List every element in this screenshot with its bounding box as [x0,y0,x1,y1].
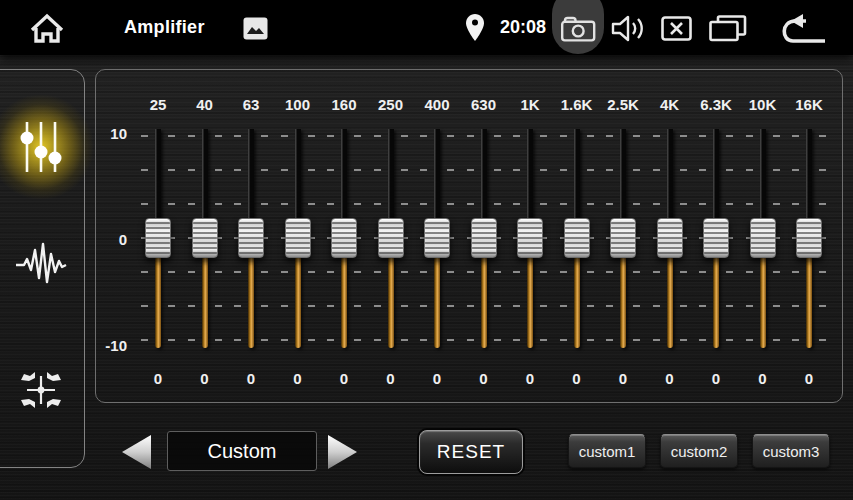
tick-mark [168,305,175,307]
close-app-icon[interactable] [661,16,692,41]
tick-mark [773,271,780,273]
eq-band: 630 0 [461,70,507,404]
preset-prev-button[interactable] [119,433,153,471]
band-value: 0 [507,370,553,387]
tick-mark [188,271,195,273]
tick-mark [680,203,687,205]
tick-mark [587,169,594,171]
recent-apps-icon[interactable] [709,15,747,42]
tick-mark [420,169,427,171]
tick-mark [188,135,195,137]
band-slider-thumb[interactable] [331,218,357,258]
preset-selector[interactable]: Custom [167,431,317,471]
tick-mark [606,169,613,171]
status-bar: Amplifier 20:08 [0,0,853,55]
tick-mark [467,271,474,273]
tick-mark [680,169,687,171]
tick-mark [726,271,733,273]
tick-mark [374,305,381,307]
tick-mark [327,135,334,137]
band-slider-thumb[interactable] [564,218,590,258]
sidebar-item-equalizer[interactable] [18,120,64,178]
tick-mark [168,339,175,341]
band-slider-thumb[interactable] [703,218,729,258]
band-slider-thumb[interactable] [238,218,264,258]
tick-mark [188,169,195,171]
tick-mark [168,271,175,273]
volume-icon[interactable] [611,14,647,43]
speakers-balance-icon [17,366,65,414]
preset-next-button[interactable] [326,433,360,471]
tick-mark [374,135,381,137]
band-slider-thumb[interactable] [517,218,543,258]
tick-mark [560,339,567,341]
tick-mark [513,203,520,205]
eq-band: 16K 0 [786,70,832,404]
gallery-icon[interactable] [243,17,268,40]
tick-mark [819,305,826,307]
tick-mark [773,339,780,341]
tick-mark [653,271,660,273]
band-slider-thumb[interactable] [145,218,171,258]
custom1-button[interactable]: custom1 [568,434,646,468]
tick-mark [540,271,547,273]
band-value: 0 [786,370,832,387]
band-slider-thumb[interactable] [796,218,822,258]
tick-mark [699,135,706,137]
tick-mark [560,271,567,273]
band-value: 0 [554,370,600,387]
clock: 20:08 [500,0,546,55]
reset-button[interactable]: RESET [419,430,523,474]
sidebar-item-sound-effect[interactable] [14,240,68,290]
tick-mark [587,203,594,205]
band-slider-thumb[interactable] [192,218,218,258]
tick-mark [261,135,268,137]
tick-mark [653,169,660,171]
tick-mark [420,305,427,307]
sidebar-item-balance-fader[interactable] [17,366,65,418]
tick-mark [141,135,148,137]
band-slider-thumb[interactable] [471,218,497,258]
tick-mark [819,135,826,137]
band-slider-thumb[interactable] [378,218,404,258]
tick-mark [308,339,315,341]
reset-button-label: RESET [437,441,505,463]
band-slider-thumb[interactable] [750,218,776,258]
tick-mark [188,305,195,307]
tick-mark [234,135,241,137]
custom1-label: custom1 [579,443,636,460]
tick-mark [401,203,408,205]
tick-mark [308,135,315,137]
tick-mark [494,339,501,341]
band-slider-thumb[interactable] [610,218,636,258]
eq-band: 10K 0 [740,70,786,404]
tick-mark [587,339,594,341]
tick-mark [327,169,334,171]
band-value: 0 [321,370,367,387]
band-slider-thumb[interactable] [285,218,311,258]
tick-mark [699,169,706,171]
tick-mark [560,305,567,307]
tick-mark [374,169,381,171]
band-frequency-label: 400 [414,96,460,113]
tick-mark [234,169,241,171]
tick-mark [746,339,753,341]
custom2-button[interactable]: custom2 [660,434,738,468]
camera-icon[interactable] [561,15,596,42]
eq-band: 400 0 [414,70,460,404]
tick-mark [168,135,175,137]
tick-mark [633,169,640,171]
tick-mark [540,305,547,307]
band-slider-thumb[interactable] [424,218,450,258]
tick-mark [699,271,706,273]
tick-mark [587,271,594,273]
home-icon[interactable] [28,12,66,44]
band-frequency-label: 2.5K [600,96,646,113]
tick-mark [606,135,613,137]
tick-mark [680,271,687,273]
back-icon[interactable] [779,14,827,44]
band-slider-thumb[interactable] [657,218,683,258]
tick-mark [773,305,780,307]
custom3-button[interactable]: custom3 [752,434,830,468]
tick-mark [420,339,427,341]
